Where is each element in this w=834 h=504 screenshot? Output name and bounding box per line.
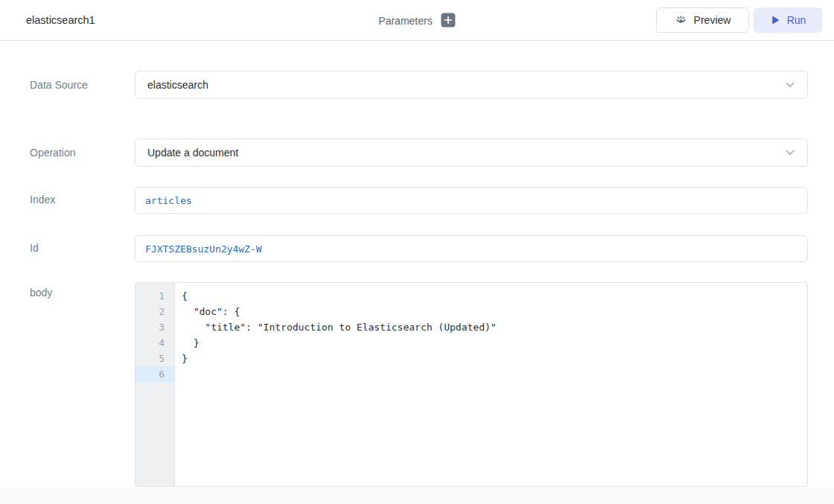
data-source-value: elasticsearch [147,79,208,91]
id-input[interactable]: FJXTSZEBsuzUn2y4wZ-W [135,235,808,262]
index-label: Index [30,187,135,214]
code-line: } [182,335,807,351]
operation-label: Operation [30,138,135,167]
run-button-label: Run [787,14,806,26]
chevron-down-icon [783,78,797,92]
body-code-area[interactable]: { "doc": { "title": "Introduction to Ela… [175,283,807,486]
code-line: } [182,351,807,366]
code-line [182,366,807,382]
line-number: 4 [136,335,174,351]
plus-icon [445,16,453,25]
id-row: Id FJXTSZEBsuzUn2y4wZ-W [30,235,808,262]
parameters-label: Parameters [378,14,432,26]
operation-value: Update a document [147,147,238,159]
data-source-row: Data Source elasticsearch [30,41,808,99]
code-line: { [182,288,807,304]
eye-icon [675,14,687,27]
body-row: body 1 2 3 4 5 6 { "doc": { "title": "In… [30,282,808,487]
body-label: body [30,282,135,487]
index-row: Index articles [30,187,808,214]
play-icon [770,15,780,25]
topbar-actions: Preview Run [656,7,822,33]
data-source-select[interactable]: elasticsearch [135,71,808,99]
line-number: 3 [136,319,174,335]
line-number: 2 [136,304,174,319]
preview-button-label: Preview [694,14,731,26]
line-number-active: 6 [136,366,174,382]
run-button[interactable]: Run [754,7,822,33]
page-background [0,488,834,504]
add-parameter-button[interactable] [442,13,456,28]
index-input[interactable]: articles [135,187,808,214]
operation-select[interactable]: Update a document [135,138,808,167]
code-line: "doc": { [182,304,807,319]
preview-button[interactable]: Preview [656,7,749,33]
line-number: 1 [136,288,174,304]
line-number: 5 [136,351,174,366]
code-line: "title": "Introduction to Elasticsearch … [182,319,807,335]
data-source-label: Data Source [30,71,135,99]
id-label: Id [30,235,135,262]
body-code-editor: 1 2 3 4 5 6 { "doc": { "title": "Introdu… [135,282,808,487]
operation-row: Operation Update a document [30,138,808,167]
chevron-down-icon [783,146,797,159]
query-form: Data Source elasticsearch Operation Upda… [0,41,834,488]
query-editor-topbar: elasticsearch1 Parameters [0,0,834,41]
editor-line-numbers: 1 2 3 4 5 6 [136,283,175,486]
query-name[interactable]: elasticsearch1 [26,14,95,26]
parameters-section: Parameters [378,13,455,28]
